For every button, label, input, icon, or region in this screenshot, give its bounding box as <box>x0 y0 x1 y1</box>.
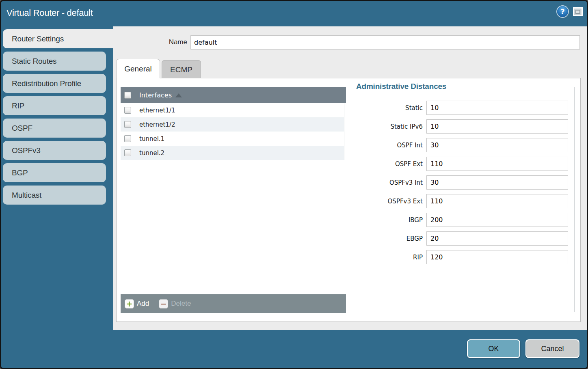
form-row: IBGP <box>349 213 568 227</box>
header-separator <box>135 87 135 103</box>
minus-icon: − <box>159 299 168 309</box>
sidebar-item-ospfv3[interactable]: OSPFv3 <box>3 141 106 160</box>
static-input[interactable] <box>426 101 568 115</box>
administrative-distances-fieldset: Administrative Distances Static Static I… <box>349 87 575 312</box>
static-ipv6-label: Static IPv6 <box>349 123 426 130</box>
plus-icon: + <box>125 299 134 309</box>
ebgp-input[interactable] <box>426 231 568 246</box>
interfaces-table-footer: + Add − Delete <box>121 294 346 313</box>
tab-ecmp[interactable]: ECMP <box>162 60 201 78</box>
interface-name: ethernet1/2 <box>139 121 175 128</box>
select-all-checkbox[interactable] <box>124 92 131 99</box>
sidebar-item-multicast[interactable]: Multicast <box>3 186 106 205</box>
ospfv3-int-input[interactable] <box>426 175 568 190</box>
dialog-title: Virtual Router - default <box>6 8 93 18</box>
sidebar-item-bgp[interactable]: BGP <box>3 163 106 182</box>
maximize-icon[interactable] <box>573 7 583 16</box>
ospfv3-ext-label: OSPFv3 Ext <box>349 198 426 205</box>
ospfv3-ext-input[interactable] <box>426 194 568 208</box>
table-scrollbar-track[interactable] <box>344 103 346 160</box>
sort-ascending-icon[interactable] <box>175 93 182 97</box>
ok-button[interactable]: OK <box>467 339 520 358</box>
virtual-router-dialog: Virtual Router - default ? Router Settin… <box>0 0 588 369</box>
admin-distances-form: Static Static IPv6 OSPF Int OSPF Ext <box>349 87 574 264</box>
help-icon[interactable]: ? <box>557 6 568 17</box>
name-input[interactable] <box>190 35 580 50</box>
name-label: Name <box>154 38 187 46</box>
fieldset-title: Administrative Distances <box>353 82 449 91</box>
table-row[interactable]: tunnel.1 <box>121 132 344 146</box>
interface-name: tunnel.2 <box>139 149 164 157</box>
interfaces-table: Interfaces ethernet1/1 ethernet1/2 tunne <box>121 87 346 313</box>
table-row[interactable]: tunnel.2 <box>121 146 344 160</box>
sidebar: Router Settings Static Routes Redistribu… <box>3 29 113 208</box>
ospfv3-int-label: OSPFv3 Int <box>349 179 426 186</box>
interface-name: ethernet1/1 <box>139 107 175 114</box>
delete-button-label: Delete <box>171 300 191 308</box>
add-button-label: Add <box>137 300 149 308</box>
sidebar-item-router-settings[interactable]: Router Settings <box>3 29 113 48</box>
form-row: RIP <box>349 250 568 264</box>
rip-input[interactable] <box>426 250 568 264</box>
ospf-ext-input[interactable] <box>426 157 568 171</box>
table-empty-area <box>121 160 346 294</box>
ospf-int-input[interactable] <box>426 138 568 152</box>
rip-label: RIP <box>349 254 426 261</box>
general-tab-pane: Interfaces ethernet1/1 ethernet1/2 tunne <box>116 78 581 322</box>
interfaces-table-header[interactable]: Interfaces <box>121 87 346 103</box>
content-panel: Name General ECMP Interfaces ethernet1/1 <box>113 26 587 330</box>
table-row[interactable]: ethernet1/1 <box>121 103 344 117</box>
form-row: Static <box>349 101 568 115</box>
sidebar-item-redistribution-profile[interactable]: Redistribution Profile <box>3 74 106 93</box>
ebgp-label: EBGP <box>349 235 426 242</box>
interface-name: tunnel.1 <box>139 135 164 142</box>
form-row: OSPFv3 Int <box>349 175 568 190</box>
cancel-button[interactable]: Cancel <box>525 339 579 358</box>
form-row: OSPF Ext <box>349 157 568 171</box>
static-label: Static <box>349 104 426 112</box>
form-row: OSPF Int <box>349 138 568 152</box>
title-bar: Virtual Router - default ? <box>1 1 587 26</box>
sidebar-item-ospf[interactable]: OSPF <box>3 119 106 138</box>
sidebar-item-static-routes[interactable]: Static Routes <box>3 52 106 71</box>
row-checkbox[interactable] <box>124 121 131 128</box>
row-checkbox[interactable] <box>124 149 131 156</box>
form-row: OSPFv3 Ext <box>349 194 568 208</box>
ibgp-input[interactable] <box>426 213 568 227</box>
static-ipv6-input[interactable] <box>426 119 568 134</box>
table-row[interactable]: ethernet1/2 <box>121 117 344 132</box>
maximize-icon-inner <box>575 10 580 14</box>
tab-general[interactable]: General <box>116 59 160 78</box>
ibgp-label: IBGP <box>349 216 426 224</box>
form-row: Static IPv6 <box>349 119 568 134</box>
delete-button: − Delete <box>159 299 191 309</box>
sidebar-item-rip[interactable]: RIP <box>3 96 106 115</box>
ospf-int-label: OSPF Int <box>349 142 426 149</box>
ospf-ext-label: OSPF Ext <box>349 160 426 168</box>
row-checkbox[interactable] <box>124 107 131 114</box>
interfaces-column-header[interactable]: Interfaces <box>139 91 172 99</box>
form-row: EBGP <box>349 231 568 246</box>
add-button[interactable]: + Add <box>125 299 149 309</box>
interfaces-rows: ethernet1/1 ethernet1/2 tunnel.1 tunnel.… <box>121 103 346 160</box>
row-checkbox[interactable] <box>124 135 131 142</box>
